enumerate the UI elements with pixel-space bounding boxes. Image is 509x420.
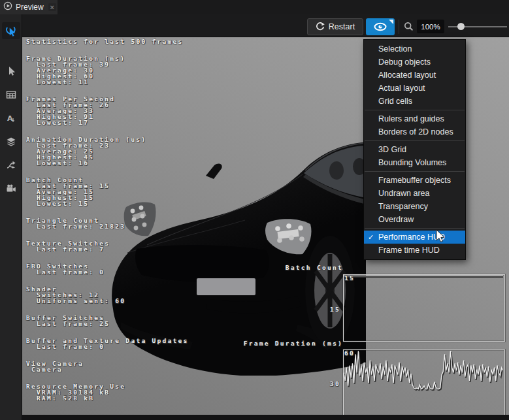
zoom-slider[interactable] [448,18,507,35]
menu-item-framebuffer-objects[interactable]: Framebuffer objects [364,174,465,187]
preview-window: Preview × A [0,0,509,420]
batch-chart-mid-label: 15 [330,306,340,312]
tab-bar: Preview × [0,0,509,14]
menu-item-label: Overdraw [378,215,414,224]
menu-separator [365,110,465,110]
visibility-toggle-button[interactable] [366,18,395,35]
tab-preview[interactable]: Preview × [0,0,57,14]
menu-item-label: Borders of 2D nodes [378,127,453,137]
menu-separator [365,228,465,229]
menu-item-3d-grid[interactable]: 3D Grid [364,143,465,156]
menu-item-label: Bounding Volumes [378,158,446,167]
toolbar-separator [399,20,399,34]
menu-item-bounding-volumes[interactable]: Bounding Volumes [364,156,465,169]
layers-icon [6,137,16,147]
eye-icon [373,22,387,31]
menu-item-performance-hud[interactable]: ✓Performance HUD [364,231,465,244]
touch-cursor-icon [5,25,17,37]
menu-separator [365,140,465,141]
frame-chart-mid-label: 30 [330,381,340,387]
hud-line: Statistics for last 500 frames [26,39,189,44]
hud-stat-group: View Camera Camera [26,361,189,372]
hud-line: Lowest: 11 [26,79,189,85]
select-tool-button[interactable] [2,63,20,80]
text-tool-button[interactable]: A [2,110,20,127]
menu-item-overdraw[interactable]: Overdraw [364,213,465,226]
hud-stat-group: Frame Duration (ms) Last frame: 39 Avera… [26,56,189,85]
hud-line: Lowest: 17 [26,120,189,125]
video-camera-icon [6,184,16,194]
hud-stat-group: Buffer Switches Last frame: 25 [26,315,189,327]
menu-item-label: 3D Grid [378,145,406,154]
menu-item-label: Actual layout [378,84,425,93]
menu-item-debug-objects[interactable]: Debug objects [364,56,465,69]
tool-sidebar: A [0,14,22,420]
hud-line: Last frame: 7 [26,246,189,252]
mouse-cursor [434,229,447,244]
menu-item-label: Rulers and guides [378,114,444,123]
interactive-select-tool-button[interactable] [2,22,20,39]
menu-separator [365,171,465,172]
menu-item-label: Selection [378,44,412,54]
hud-stat-group: Buffer and Texture Data Updates Last fra… [26,338,189,349]
menu-item-label: Debug objects [378,57,431,67]
tab-title: Preview [16,3,44,12]
restart-icon [316,22,325,31]
hud-stat-group: FBO Switches Last frame: 0 [26,263,189,275]
restart-label: Restart [329,22,355,31]
hud-stat-group: Shader Switches: 12 Uniforms sent: 60 [26,286,189,304]
dropdown-corner-icon [389,20,393,24]
grid-icon [6,89,16,100]
visibility-dropdown-menu: SelectionDebug objectsAllocated layoutAc… [363,39,466,260]
menu-item-allocated-layout[interactable]: Allocated layout [364,69,465,82]
camera-tool-button[interactable] [2,180,20,197]
menu-item-frame-time-hud[interactable]: Frame time HUD [364,244,465,257]
layers-tool-button[interactable] [2,133,20,150]
batch-count-chart [343,274,505,342]
text-icon: A [6,113,16,123]
grid-tool-button[interactable] [2,86,20,103]
menu-item-transparency[interactable]: Transparency [364,200,465,213]
menu-item-borders-of-2d-nodes[interactable]: Borders of 2D nodes [364,125,465,138]
checkmark-icon: ✓ [368,231,374,244]
hud-line: Lowest: 15 [26,201,189,206]
connections-tool-button[interactable] [2,157,20,174]
hud-stat-group: Triangle Count Last frame: 21823 [26,218,189,229]
batch-chart-max-label: 15 [344,275,355,281]
hud-line: Uniforms sent: 60 [26,298,189,304]
play-circle-icon [3,1,12,13]
tab-close-icon[interactable]: × [48,3,56,11]
menu-item-label: Transparency [378,202,428,211]
menu-item-label: Framebuffer objects [378,176,451,185]
zoom-slider-handle[interactable] [457,23,465,30]
performance-hud: Statistics for last 500 framesFrame Dura… [26,39,189,412]
zoom-level-field[interactable]: 100% [417,20,444,33]
viewport-footer [22,415,509,420]
hud-stat-group: Texture Switches Last frame: 7 [26,240,189,252]
menu-item-label: Undrawn area [378,189,430,198]
hud-line: RAM: 528 kB [26,395,189,401]
menu-item-label: Grid cells [378,97,412,106]
hud-line: Last frame: 0 [26,344,189,349]
menu-item-label: Frame time HUD [378,246,440,255]
hud-stat-group: Batch Count Last frame: 15 Average: 15 H… [26,177,189,206]
restart-button[interactable]: Restart [307,18,363,35]
hud-stat-group: Statistics for last 500 frames [26,39,189,44]
hud-stat-group: Animation Duration (us) Last frame: 23 A… [26,137,189,166]
menu-item-actual-layout[interactable]: Actual layout [364,82,465,95]
branch-arrows-icon [6,160,16,170]
preview-toolbar: Restart 100% [22,14,509,37]
svg-text:A: A [7,114,13,123]
menu-item-rulers-and-guides[interactable]: Rulers and guides [364,112,465,125]
arrow-cursor-icon [6,66,16,76]
magnifier-icon [404,22,414,34]
menu-item-undrawn-area[interactable]: Undrawn area [364,187,465,200]
chart-line [344,351,503,389]
menu-item-label: Allocated layout [378,71,436,80]
hud-stat-group: Frames Per Second Last frame: 26 Average… [26,96,189,125]
menu-item-grid-cells[interactable]: Grid cells [364,95,465,108]
batch-chart-title: Batch Count [199,265,343,270]
menu-item-selection[interactable]: Selection [364,42,465,56]
hud-line: Last frame: 0 [26,269,189,275]
hud-line: Last frame: 25 [26,321,189,327]
